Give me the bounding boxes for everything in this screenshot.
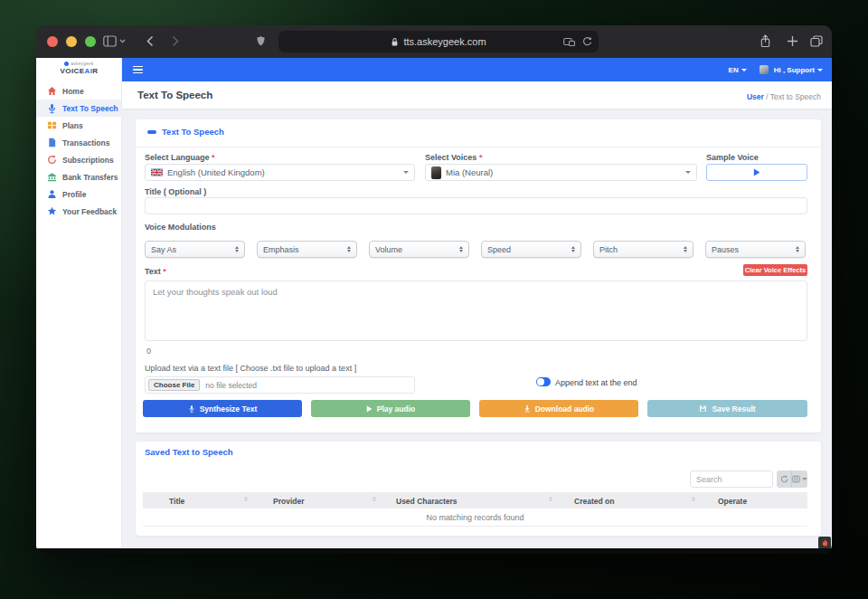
tab-overview-icon[interactable] [810, 35, 823, 47]
play-icon [753, 168, 760, 176]
back-button[interactable] [146, 35, 154, 47]
app-sidebar: askeygeek VOICEAIR Home Text To Speech P… [36, 58, 122, 548]
refresh-icon [780, 475, 788, 483]
sync-icon [47, 155, 57, 165]
page-header: Text To Speech User / Text to Speech [122, 81, 832, 109]
play-audio-button[interactable]: Play audio [311, 400, 470, 417]
sidebar-item-label: Home [62, 87, 84, 96]
append-text-toggle[interactable] [536, 377, 551, 386]
sidebar-item-profile[interactable]: Profile [36, 185, 122, 203]
flame-icon [821, 538, 829, 547]
sidebar-item-text-to-speech[interactable]: Text To Speech [36, 100, 122, 117]
breadcrumb-current: Text to Speech [770, 92, 821, 101]
column-title[interactable]: Title [169, 497, 184, 506]
sidebar-item-transactions[interactable]: Transactions [36, 134, 122, 151]
sidebar-item-home[interactable]: Home [36, 82, 122, 100]
sidebar-toggle-icon[interactable] [103, 35, 126, 47]
synthesize-text-button[interactable]: Synthesize Text [143, 400, 302, 417]
speed-select[interactable]: Speed [481, 241, 581, 258]
chevron-down-icon [403, 171, 409, 174]
file-status-text: no file selected [205, 381, 257, 390]
emphasis-select[interactable]: Emphasis [257, 241, 357, 258]
download-audio-button[interactable]: Download audio [479, 400, 638, 417]
tab-dash-icon [147, 130, 156, 134]
column-used-characters[interactable]: Used Characters [396, 497, 458, 506]
sidebar-item-label: Your Feedback [62, 207, 117, 216]
share-icon[interactable] [760, 34, 771, 48]
traffic-light-minimize[interactable] [66, 36, 77, 47]
language-label: EN [729, 66, 739, 74]
lock-icon [391, 37, 399, 47]
sidebar-item-label: Plans [62, 121, 83, 130]
upload-label: Upload text via a text file [ Choose .tx… [145, 364, 356, 373]
text-input[interactable] [145, 280, 807, 341]
column-provider[interactable]: Provider [273, 497, 305, 506]
sample-voice-label: Sample Voice [706, 153, 759, 162]
select-arrows-icon [571, 246, 575, 253]
tab-text-to-speech[interactable]: Text To Speech [147, 127, 224, 137]
user-icon [47, 189, 57, 199]
user-menu[interactable]: Hi , Support [774, 66, 823, 74]
sort-icon[interactable] [244, 497, 248, 501]
app-logo[interactable]: askeygeek VOICEAIR [36, 62, 122, 75]
pauses-select[interactable]: Pauses [705, 241, 806, 258]
append-text-label: Append text at the end [555, 378, 637, 387]
logo-dot-icon [64, 62, 69, 66]
volume-select[interactable]: Volume [369, 241, 469, 258]
uk-flag-icon [151, 168, 163, 176]
tab-row: Text To Speech [136, 119, 821, 147]
download-icon [524, 404, 531, 413]
sort-icon[interactable] [692, 497, 695, 501]
traffic-light-close[interactable] [47, 36, 58, 47]
language-select[interactable]: English (United Kingdom) [145, 164, 415, 181]
voice-avatar-image [431, 166, 441, 179]
breadcrumb-user-link[interactable]: User [747, 92, 764, 101]
clear-voice-effects-button[interactable]: Clear Voice Effects [743, 264, 807, 276]
shield-icon[interactable] [256, 35, 266, 47]
logo-text-ai: AI [84, 67, 92, 75]
scroll-top-button[interactable] [818, 537, 831, 549]
sidebar-item-plans[interactable]: Plans [36, 117, 122, 134]
sidebar-item-bank-transfers[interactable]: Bank Transfers [36, 168, 122, 185]
text-label: Text * [145, 267, 166, 276]
sidebar-item-your-feedback[interactable]: Your Feedback [36, 203, 122, 220]
char-count: 0 [146, 347, 151, 356]
file-input[interactable]: Choose File no file selected [145, 376, 415, 394]
sidebar-item-subscriptions[interactable]: Subscriptions [36, 151, 122, 168]
column-created-on[interactable]: Created on [574, 497, 614, 506]
select-arrows-icon [684, 246, 687, 253]
reload-icon[interactable] [582, 36, 592, 47]
sort-icon[interactable] [373, 497, 376, 501]
voices-select-value: Mia (Neural) [446, 167, 493, 177]
sort-icon[interactable] [549, 497, 552, 501]
app-topbar: EN Hi , Support [122, 58, 832, 81]
saved-section-title[interactable]: Saved Text to Speech [145, 447, 233, 457]
window-footer [36, 548, 832, 554]
microphone-icon [188, 404, 195, 414]
voices-select[interactable]: Mia (Neural) [425, 164, 697, 181]
select-arrows-icon [235, 246, 239, 253]
logo-text-post: R [92, 67, 98, 75]
new-tab-icon[interactable] [787, 35, 798, 47]
forward-button[interactable] [172, 35, 179, 47]
title-input[interactable] [145, 197, 807, 214]
chevron-down-icon [741, 69, 747, 71]
address-bar[interactable]: tts.askeygeek.com [278, 31, 599, 52]
traffic-light-zoom[interactable] [85, 36, 96, 47]
language-dropdown[interactable]: EN [729, 66, 747, 74]
columns-button[interactable] [791, 471, 807, 488]
search-input[interactable] [690, 471, 773, 488]
sample-voice-play-button[interactable] [706, 164, 807, 181]
user-avatar[interactable] [760, 65, 769, 74]
select-voices-label: Select Voices * [425, 153, 482, 162]
save-result-button[interactable]: Save Result [647, 400, 807, 417]
grid-icon [47, 120, 57, 130]
column-operate[interactable]: Operate [718, 497, 747, 506]
privacy-report-icon[interactable] [563, 37, 575, 46]
choose-file-button[interactable]: Choose File [148, 379, 200, 391]
refresh-button[interactable] [777, 471, 791, 488]
say-as-select[interactable]: Say As [145, 241, 245, 258]
menu-toggle-icon[interactable] [133, 66, 143, 74]
pitch-select[interactable]: Pitch [593, 241, 693, 258]
sidebar-menu: Home Text To Speech Plans Transactions S… [36, 82, 122, 220]
